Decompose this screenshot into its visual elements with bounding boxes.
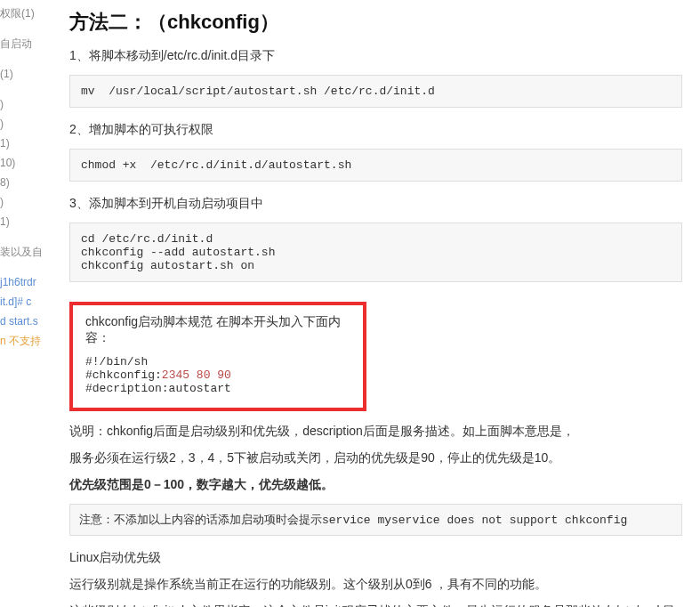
- sidebar-line: 1): [0, 134, 53, 153]
- step-text: 1、将脚本移动到/etc/rc.d/init.d目录下: [69, 48, 682, 64]
- sidebar-line: 权限(1): [0, 4, 53, 23]
- sidebar-line: it.d]# c: [0, 292, 53, 312]
- sidebar-line: 8): [0, 173, 53, 192]
- note-text: 注意：不添加以上内容的话添加启动项时会提示: [79, 513, 322, 526]
- paragraph: 说明：chkonfig后面是启动级别和优先级，description后面是服务描…: [69, 424, 682, 440]
- code-block: mv /usr/local/script/autostart.sh /etc/r…: [69, 75, 682, 108]
- sidebar-fragment: 权限(1) 自启动 (1) ) ) 1) 10) 8) ) 1) 装以及自 j1…: [0, 0, 53, 607]
- page-title: 方法二：（chkconfig）: [69, 9, 682, 36]
- section-heading: Linux启动优先级: [69, 550, 682, 566]
- sidebar-line: (1): [0, 64, 53, 84]
- highlight-box: chkconfig启动脚本规范 在脚本开头加入下面内容： #!/bin/sh #…: [69, 302, 366, 411]
- sidebar-line: 10): [0, 153, 53, 173]
- paragraph: 服务必须在运行级2，3，4，5下被启动或关闭，启动的优先级是90，停止的优先级是…: [69, 450, 682, 466]
- sidebar-line: ): [0, 114, 53, 134]
- paragraph: 这些级别在/etc/inittab文件里指定。这个文件是init程序寻找的主要文…: [69, 603, 682, 607]
- sidebar-line: j1h6trdr: [0, 272, 53, 292]
- note-box: 注意：不添加以上内容的话添加启动项时会提示service myservice d…: [69, 504, 682, 536]
- sidebar-line: n 不支持: [0, 331, 53, 351]
- sidebar-line: ): [0, 192, 53, 212]
- sidebar-line: d start.s: [0, 312, 53, 331]
- sidebar-line: 装以及自: [0, 242, 53, 262]
- code-block: chmod +x /etc/rc.d/init.d/autostart.sh: [69, 149, 682, 182]
- paragraph-bold: 优先级范围是0－100，数字越大，优先级越低。: [69, 477, 682, 493]
- highlight-code: #!/bin/sh #chkconfig:2345 80 90 #decript…: [85, 355, 350, 395]
- code-block: cd /etc/rc.d/init.d chkconfig --add auto…: [69, 223, 682, 282]
- sidebar-line: 自启动: [0, 34, 53, 53]
- step-text: 2、增加脚本的可执行权限: [69, 122, 682, 138]
- article-main: 方法二：（chkconfig） 1、将脚本移动到/etc/rc.d/init.d…: [53, 0, 700, 607]
- paragraph: 运行级别就是操作系统当前正在运行的功能级别。这个级别从0到6 ，具有不同的功能。: [69, 577, 682, 593]
- note-mono: service myservice does not support chkco…: [322, 514, 627, 527]
- sidebar-line: 1): [0, 212, 53, 231]
- step-text: 3、添加脚本到开机自动启动项目中: [69, 196, 682, 212]
- highlight-header: chkconfig启动脚本规范 在脚本开头加入下面内容：: [85, 314, 350, 346]
- sidebar-line: ): [0, 94, 53, 114]
